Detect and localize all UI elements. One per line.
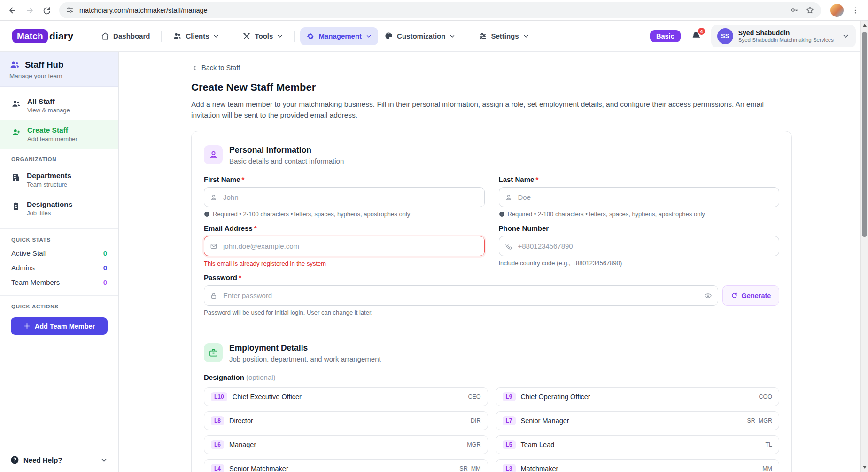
helper-text: Password will be used for initial login.… xyxy=(204,309,372,316)
sidebar-item-desc: Add team member xyxy=(27,135,78,142)
browser-forward-button[interactable] xyxy=(22,2,38,18)
person-icon xyxy=(505,194,512,201)
url[interactable]: matchdiary.com/matchmaker/staff/manage xyxy=(79,7,783,14)
designation-name: Manager xyxy=(229,441,256,448)
browser-reload-button[interactable] xyxy=(39,2,54,18)
first-name-label: First Name xyxy=(204,175,240,183)
home-icon xyxy=(101,32,109,40)
user-menu[interactable]: SS Syed Shabuddin Syed Shabuddin Matchma… xyxy=(711,25,856,47)
last-name-label: Last Name xyxy=(499,175,535,183)
password-label: Password xyxy=(204,274,237,282)
nav-customization-label: Customization xyxy=(397,32,445,40)
avatar: SS xyxy=(717,28,733,44)
section-title: Personal Information xyxy=(229,145,344,155)
main-content: Back to Staff Create New Staff Member Ad… xyxy=(119,52,868,472)
browser-back-button[interactable] xyxy=(5,2,21,18)
sidebar-item-departments[interactable]: Departments Team structure xyxy=(0,165,118,194)
add-team-member-button[interactable]: Add Team Member xyxy=(11,317,108,335)
chevron-down-icon xyxy=(213,33,219,39)
nav-dashboard[interactable]: Dashboard xyxy=(95,27,156,45)
phone-input[interactable] xyxy=(499,236,780,256)
chevron-down-icon xyxy=(365,33,372,39)
stat-admins: Admins 0 xyxy=(0,260,118,275)
designation-name: Director xyxy=(229,417,253,425)
nav-management[interactable]: Management xyxy=(300,27,378,45)
email-error-message: This email is already registered in the … xyxy=(204,260,485,267)
page-scrollbar[interactable] xyxy=(860,21,868,472)
employment-section-header: Employment Details Job position, departm… xyxy=(204,343,779,363)
designation-option-coo[interactable]: L9 Chief Operating Officer COO xyxy=(496,387,780,406)
designation-code: MM xyxy=(762,465,772,472)
nav-tools[interactable]: Tools xyxy=(236,27,289,45)
scrollbar-thumb[interactable] xyxy=(862,32,867,237)
designation-option-senior-manager[interactable]: L7 Senior Manager SR_MGR xyxy=(496,411,780,430)
level-badge: L8 xyxy=(211,416,224,425)
scrollbar-up-arrow[interactable] xyxy=(863,24,867,27)
browser-profile-avatar[interactable] xyxy=(830,4,844,17)
browser-menu-button[interactable] xyxy=(847,6,863,15)
level-badge: L4 xyxy=(211,464,224,472)
building-icon xyxy=(11,173,21,182)
designation-option-manager[interactable]: L6 Manager MGR xyxy=(204,435,488,454)
last-name-field-group: Last Name* Required • 2-100 characters •… xyxy=(499,175,780,218)
sidebar-item-create-staff[interactable]: Create Staff Add team member xyxy=(0,120,118,149)
sidebar-subtitle: Manage your team xyxy=(9,72,109,79)
first-name-input[interactable] xyxy=(204,187,485,207)
phone-icon xyxy=(505,243,512,250)
back-to-staff-link[interactable]: Back to Staff xyxy=(191,64,240,71)
need-help-toggle[interactable]: Need Help? xyxy=(0,448,118,472)
helper-text: Required • 2-100 characters • letters, s… xyxy=(508,211,705,218)
level-badge: L3 xyxy=(503,464,516,472)
phone-field-group: Phone Number Include country code (e.g.,… xyxy=(499,224,780,267)
level-badge: L5 xyxy=(503,440,516,449)
designation-option-director[interactable]: L8 Director DIR xyxy=(204,411,488,430)
email-input[interactable] xyxy=(204,236,485,256)
designation-option-matchmaker[interactable]: L3 Matchmaker MM xyxy=(496,459,780,472)
designation-option-team-lead[interactable]: L5 Team Lead TL xyxy=(496,435,780,454)
sliders-icon xyxy=(479,32,487,40)
designation-code: MGR xyxy=(467,441,480,448)
briefcase-icon xyxy=(209,348,218,358)
nav-settings[interactable]: Settings xyxy=(473,27,535,45)
notifications-button[interactable]: 4 xyxy=(691,31,702,41)
stat-label: Active Staff xyxy=(11,249,47,257)
designation-code: SR_MM xyxy=(459,465,480,472)
sidebar-title: Staff Hub xyxy=(25,60,63,70)
primary-nav: Dashboard Clients Tools Management Custo… xyxy=(95,27,535,45)
designation-option-ceo[interactable]: L10 Chief Executive Officer CEO xyxy=(204,387,488,406)
address-bar[interactable]: matchdiary.com/matchmaker/staff/manage xyxy=(59,2,821,18)
generate-password-button[interactable]: Generate xyxy=(722,285,779,306)
matchdiary-logo[interactable]: Match diary xyxy=(12,29,73,43)
sidebar-item-label: Designations xyxy=(27,200,72,209)
sidebar-item-desc: Job titles xyxy=(27,210,72,217)
designation-code: COO xyxy=(759,393,772,400)
sidebar-item-desc: View & manage xyxy=(27,107,70,114)
user-name: Syed Shabuddin xyxy=(738,29,834,37)
app-navbar: Match diary Dashboard Clients Tools Mana… xyxy=(0,21,868,52)
staff-hub-sidebar: Staff Hub Manage your team All Staff Vie… xyxy=(0,52,119,472)
user-plus-icon xyxy=(11,127,21,137)
question-circle-icon xyxy=(10,456,19,464)
last-name-input[interactable] xyxy=(499,187,780,207)
sidebar-item-designations[interactable]: Designations Job titles xyxy=(0,194,118,223)
toggle-password-visibility-button[interactable] xyxy=(704,291,712,299)
need-help-label: Need Help? xyxy=(23,456,62,464)
generate-label: Generate xyxy=(742,292,771,299)
first-name-helper: Required • 2-100 characters • letters, s… xyxy=(204,211,485,218)
nav-customization[interactable]: Customization xyxy=(378,27,462,45)
reload-icon xyxy=(42,6,51,15)
page-description: Add a new team member to your matchmakin… xyxy=(191,99,790,121)
staff-hub-icon xyxy=(9,59,20,70)
chevron-down-icon xyxy=(100,456,108,464)
designation-option-senior-matchmaker[interactable]: L4 Senior Matchmaker SR_MM xyxy=(204,459,488,472)
password-input[interactable] xyxy=(204,285,718,306)
password-key-icon[interactable] xyxy=(790,6,799,15)
kebab-menu-icon xyxy=(851,6,860,15)
designation-code: SR_MGR xyxy=(747,417,772,424)
site-settings-icon[interactable] xyxy=(66,6,74,14)
nav-clients[interactable]: Clients xyxy=(167,27,225,45)
bookmark-star-icon[interactable] xyxy=(806,6,814,15)
sidebar-item-all-staff[interactable]: All Staff View & manage xyxy=(0,91,118,120)
scrollbar-down-arrow[interactable] xyxy=(863,466,867,469)
refresh-icon xyxy=(731,292,738,299)
